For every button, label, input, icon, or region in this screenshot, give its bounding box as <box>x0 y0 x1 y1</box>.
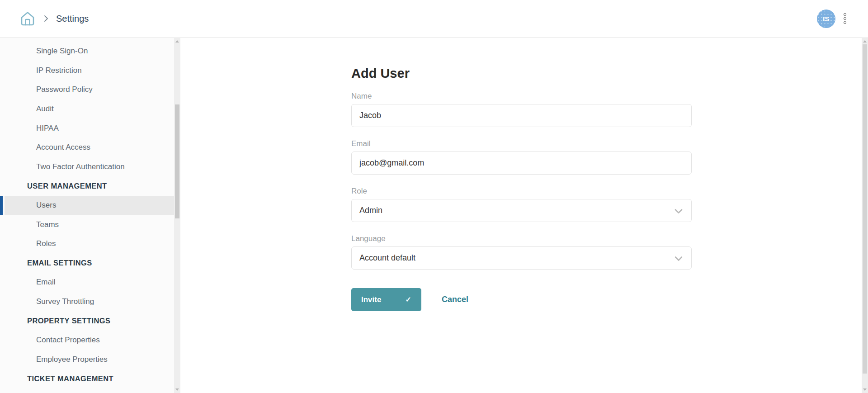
sidebar-item-email[interactable]: Email <box>0 273 174 292</box>
language-label: Language <box>351 234 692 243</box>
sidebar-item-survey-throttling[interactable]: Survey Throttling <box>0 292 174 312</box>
chevron-down-icon <box>674 255 683 264</box>
language-select[interactable]: Account default <box>351 246 692 270</box>
scroll-up-arrow-icon[interactable] <box>175 40 179 43</box>
sidebar-section-email-settings: EMAIL SETTINGS <box>0 254 174 273</box>
sidebar-item-hipaa[interactable]: HIPAA <box>0 118 174 138</box>
breadcrumb: Settings <box>0 10 89 27</box>
content-scrollbar[interactable] <box>862 38 868 393</box>
email-input[interactable] <box>351 152 692 175</box>
breadcrumb-current[interactable]: Settings <box>56 14 89 24</box>
sidebar-item-account-access[interactable]: Account Access <box>0 138 174 157</box>
name-field-group: Name <box>351 92 692 127</box>
page-title: Add User <box>351 66 692 81</box>
kebab-menu-icon[interactable] <box>842 11 848 26</box>
sidebar-item-single-sign-on[interactable]: Single Sign-On <box>0 42 174 61</box>
name-label: Name <box>351 92 692 101</box>
sidebar-item-password-policy[interactable]: Password Policy <box>0 80 174 99</box>
check-icon: ✓ <box>406 295 411 304</box>
sidebar-scrollbar[interactable] <box>174 38 180 393</box>
scroll-down-arrow-icon[interactable] <box>863 388 867 391</box>
sidebar-item-ip-restriction[interactable]: IP Restriction <box>0 61 174 80</box>
sidebar-item-teams[interactable]: Teams <box>0 215 174 234</box>
sidebar-scrollbar-thumb[interactable] <box>175 104 179 218</box>
avatar[interactable]: IS <box>817 9 835 28</box>
sidebar-item-audit[interactable]: Audit <box>0 99 174 119</box>
content-scrollbar-thumb[interactable] <box>863 44 867 374</box>
invite-button-label: Invite <box>361 295 381 304</box>
settings-sidebar: Single Sign-On IP Restriction Password P… <box>0 38 174 393</box>
chevron-down-icon <box>674 207 683 217</box>
sidebar-item-contact-properties[interactable]: Contact Properties <box>0 331 174 350</box>
role-select-value: Admin <box>359 206 382 215</box>
sidebar-item-users[interactable]: Users <box>0 196 174 215</box>
invite-button[interactable]: Invite ✓ <box>351 288 421 311</box>
role-field-group: Role Admin <box>351 187 692 222</box>
role-label: Role <box>351 187 692 196</box>
scroll-up-arrow-icon[interactable] <box>863 40 867 43</box>
home-icon[interactable] <box>19 10 36 27</box>
main-content: Add User Name Email Role Admin <box>180 38 862 393</box>
sidebar-item-employee-properties[interactable]: Employee Properties <box>0 350 174 369</box>
chevron-right-icon <box>43 14 49 23</box>
add-user-form: Add User Name Email Role Admin <box>351 66 692 311</box>
topbar-right: IS <box>817 9 868 28</box>
scroll-down-arrow-icon[interactable] <box>175 388 179 391</box>
language-select-value: Account default <box>359 253 415 263</box>
sidebar-section-user-management: USER MANAGEMENT <box>0 176 174 196</box>
sidebar-section-property-settings: PROPERTY SETTINGS <box>0 311 174 331</box>
name-input[interactable] <box>351 104 692 127</box>
email-field-group: Email <box>351 139 692 175</box>
form-actions: Invite ✓ Cancel <box>351 288 692 311</box>
page: Settings IS Single Sign-On IP Restrictio… <box>0 0 868 393</box>
body: Single Sign-On IP Restriction Password P… <box>0 38 868 393</box>
language-field-group: Language Account default <box>351 234 692 270</box>
sidebar-item-roles[interactable]: Roles <box>0 234 174 254</box>
cancel-button[interactable]: Cancel <box>442 295 468 304</box>
role-select[interactable]: Admin <box>351 199 692 222</box>
sidebar-section-ticket-management: TICKET MANAGEMENT <box>0 369 174 388</box>
sidebar-item-two-factor-authentication[interactable]: Two Factor Authentication <box>0 157 174 177</box>
email-label: Email <box>351 139 692 148</box>
top-bar: Settings IS <box>0 0 868 38</box>
